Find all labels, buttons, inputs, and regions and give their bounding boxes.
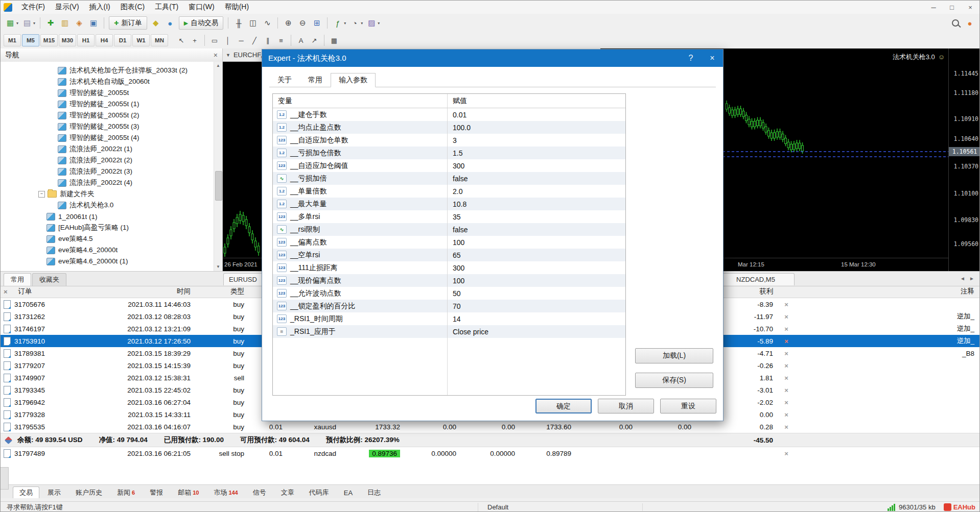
colh-time[interactable]: 时间 [98,287,195,296]
navigator-item[interactable]: −新建文件夹 [1,188,214,200]
menu-insert[interactable]: 插入(I) [84,1,115,13]
tile-windows-icon[interactable]: ⊞ [310,16,323,30]
market-watch-icon[interactable]: ✚ [44,16,57,30]
menu-view[interactable]: 显示(V) [50,1,84,13]
mql5-community-icon[interactable]: ● [164,16,177,30]
tree-collapse-icon[interactable]: − [38,191,45,198]
param-value-cell[interactable]: 1.5 [448,147,625,159]
navigator-item[interactable]: 法术机关枪加仓开仓挂弹板_20033t (2) [1,65,214,76]
timeframe-m15-button[interactable]: M15 [40,34,58,46]
param-row[interactable]: 1.2__建仓手数0.01 [273,108,625,121]
scroll-down-icon[interactable]: ▼ [214,263,222,271]
close-order-button[interactable]: × [777,337,796,345]
param-value-cell[interactable]: 300 [448,261,625,274]
param-row[interactable]: ∿__rsi限制false [273,223,625,236]
timeframe-w1-button[interactable]: W1 [132,34,150,46]
tab-account-history[interactable]: 账户历史 [69,486,109,498]
param-row[interactable]: ≡_RSI1_应用于Close price [273,325,625,338]
param-value-cell[interactable]: false [448,223,625,236]
close-order-button[interactable]: × [777,423,796,431]
param-row[interactable]: 123__现价偏离点数100 [273,274,625,287]
side-vertical-tab[interactable] [1,467,9,490]
navigator-scrollbar[interactable]: ▲ ▼ [214,62,222,271]
navigator-item[interactable]: 流浪法师_20022t (1) [1,143,214,155]
terminal-icon[interactable]: ▣ [87,16,100,30]
timeframe-h1-button[interactable]: H1 [77,34,95,46]
navigator-item[interactable]: eve策略4.6_20000t [1,245,214,256]
navigator-item[interactable]: 理智的赌徒_20055t (2) [1,110,214,121]
periods-icon-dropdown[interactable]: ▾ [361,21,363,26]
navigator-item[interactable]: eve策略4.5 [1,233,214,245]
param-value-cell[interactable]: 300 [448,159,625,172]
tab-common[interactable]: 常用 [4,273,31,286]
timeframe-mn-button[interactable]: MN [151,34,168,46]
auto-trading-button[interactable]: ▶自动交易 [179,16,223,30]
param-row[interactable]: 123__自适应加仓单数3 [273,134,625,147]
periods-icon[interactable]: ◔ [348,16,361,30]
colh-type[interactable]: 类型 [195,287,248,296]
tab-journal[interactable]: 日志 [361,486,387,498]
zoom-in-icon[interactable]: ⊕ [282,16,295,30]
save-button[interactable]: 保存(S) [635,373,713,388]
templates-icon[interactable]: ▨ [365,16,378,30]
navigator-item[interactable]: 理智的赌徒_20055t (1) [1,99,214,110]
navigator-item[interactable]: 法术机关枪自动版_20060t [1,76,214,87]
param-value-cell[interactable]: 100 [448,274,625,287]
param-row[interactable]: 123__多单rsi35 [273,210,625,223]
indicators-icon[interactable]: ƒ [331,16,344,30]
timeframe-h4-button[interactable]: H4 [96,34,113,46]
param-row[interactable]: ∿__亏损加倍false [273,172,625,185]
param-row[interactable]: 123__空单rsi65 [273,249,625,261]
scrollbar-thumb[interactable] [215,171,222,201]
grid-icon[interactable]: ▦ [328,35,340,46]
navigator-item[interactable]: 理智的赌徒_20055t [1,87,214,99]
close-button[interactable]: × [961,4,979,11]
fibonacci-icon[interactable]: ≡ [275,35,287,46]
crosshair-icon[interactable]: + [189,35,201,46]
param-row[interactable]: 1.2__单量倍数2.0 [273,185,625,198]
param-row[interactable]: 1.2__亏损加仓倍数1.5 [273,147,625,159]
close-order-button[interactable]: × [777,325,796,333]
restore-button[interactable]: □ [943,4,961,11]
timeframe-m5-button[interactable]: M5 [22,34,39,46]
navigator-item[interactable]: 流浪法师_20022t (4) [1,177,214,188]
cursor-icon[interactable]: ↖ [175,35,188,46]
navigator-item[interactable]: 理智的赌徒_20055t (4) [1,132,214,143]
tabs-scroll-right-icon[interactable]: ► [969,276,974,281]
tab-about[interactable]: 关于 [269,73,300,87]
param-value-cell[interactable]: 2.0 [448,185,625,198]
tab-market[interactable]: 市场144 [207,486,244,498]
param-value-cell[interactable]: 70 [448,300,625,312]
param-value-cell[interactable]: 0.01 [448,108,625,121]
close-order-button[interactable]: × [777,374,796,382]
close-panel-button[interactable]: × [4,288,8,296]
param-value-cell[interactable]: 100.0 [448,121,625,134]
tab-inputs[interactable]: 输入参数 [331,73,376,87]
tab-exposure[interactable]: 展示 [41,486,67,498]
close-order-button[interactable]: × [777,450,796,457]
text-icon[interactable]: A [295,35,307,46]
new-chart-icon-dropdown[interactable]: ▾ [16,21,18,26]
timeframe-m1-button[interactable]: M1 [4,34,21,46]
tab-signals[interactable]: 信号 [246,486,273,498]
close-order-button[interactable]: × [777,301,796,308]
param-value-cell[interactable]: 10.8 [448,198,625,210]
navigator-close-icon[interactable]: × [214,51,218,59]
param-row[interactable]: 123__自适应加仓阈值300 [273,159,625,172]
param-row[interactable]: 123__锁定盈利的百分比70 [273,300,625,312]
order-row[interactable]: 317955352021.03.16 04:16:07buy0.01xauusd… [1,421,980,433]
chevron-down-icon[interactable]: ▼ [226,53,230,58]
param-value-cell[interactable]: 100 [448,236,625,249]
colh-order[interactable]: ×订单 [1,287,98,296]
navigator-icon[interactable]: ◈ [73,16,86,30]
navigator-item[interactable]: [EAHub]高盈亏策略 (1) [1,222,214,233]
menu-file[interactable]: 文件(F) [16,1,50,13]
colh-comment[interactable]: 注释 [796,287,980,296]
dialog-close-button[interactable]: × [702,54,723,63]
tab-experts[interactable]: EA [337,486,359,498]
profiles-icon-dropdown[interactable]: ▾ [33,21,35,26]
param-row[interactable]: 1.2__最大单量10.8 [273,198,625,210]
templates-icon-dropdown[interactable]: ▾ [378,21,380,26]
close-order-button[interactable]: × [777,411,796,419]
trendline-icon[interactable]: ╱ [248,35,261,46]
